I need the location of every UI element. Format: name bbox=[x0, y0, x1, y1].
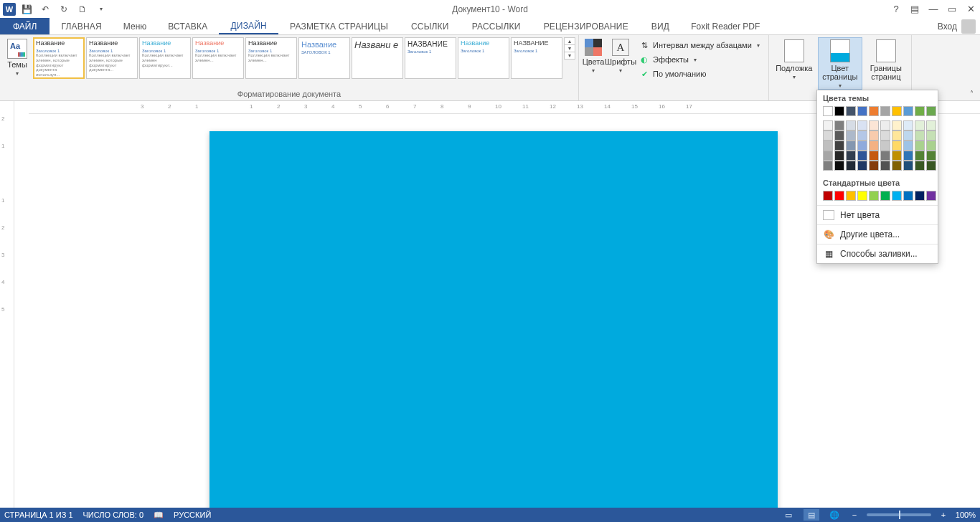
help-button[interactable]: ? bbox=[887, 1, 905, 17]
style-set-item[interactable]: НАЗВАНИЕЗаголовок 1 bbox=[511, 37, 562, 79]
zoom-out-button[interactable]: − bbox=[849, 510, 859, 520]
color-swatch[interactable] bbox=[892, 191, 902, 201]
color-swatch[interactable] bbox=[869, 141, 879, 151]
view-read-mode[interactable]: ▭ bbox=[781, 509, 796, 521]
status-word-count[interactable]: ЧИСЛО СЛОВ: 0 bbox=[83, 511, 144, 519]
color-swatch[interactable] bbox=[857, 161, 867, 171]
color-swatch[interactable] bbox=[903, 191, 913, 201]
zoom-slider[interactable] bbox=[867, 513, 931, 516]
color-swatch[interactable] bbox=[869, 120, 879, 130]
color-swatch[interactable] bbox=[857, 130, 867, 141]
color-swatch[interactable] bbox=[846, 106, 856, 116]
color-swatch[interactable] bbox=[846, 191, 856, 201]
color-swatch[interactable] bbox=[926, 191, 936, 201]
status-spellcheck[interactable]: 📖 bbox=[154, 511, 164, 520]
color-swatch[interactable] bbox=[869, 161, 879, 171]
color-swatch[interactable] bbox=[915, 191, 925, 201]
color-swatch[interactable] bbox=[834, 130, 844, 141]
zoom-level[interactable]: 100% bbox=[956, 511, 976, 519]
color-swatch[interactable] bbox=[926, 151, 936, 161]
color-swatch[interactable] bbox=[869, 106, 879, 116]
tab-foxit[interactable]: Foxit Reader PDF bbox=[681, 18, 770, 34]
color-swatch[interactable] bbox=[846, 151, 856, 161]
color-swatch[interactable] bbox=[846, 141, 856, 151]
tab-menu[interactable]: Меню bbox=[113, 18, 156, 34]
color-swatch[interactable] bbox=[903, 130, 913, 141]
color-swatch[interactable] bbox=[880, 120, 890, 130]
color-swatch[interactable] bbox=[823, 141, 833, 151]
qat-save-button[interactable]: 💾 bbox=[19, 1, 34, 17]
color-swatch[interactable] bbox=[834, 120, 844, 130]
color-swatch[interactable] bbox=[834, 106, 844, 116]
color-swatch[interactable] bbox=[857, 106, 867, 116]
style-set-item[interactable]: НазваниеЗаголовок 1Коллекции включает эл… bbox=[192, 37, 244, 79]
color-swatch[interactable] bbox=[846, 161, 856, 171]
tab-page-layout[interactable]: РАЗМЕТКА СТРАНИЦЫ bbox=[278, 18, 400, 34]
qat-new-button[interactable]: 🗋 bbox=[75, 1, 90, 17]
close-button[interactable]: ✕ bbox=[961, 1, 980, 17]
color-swatch[interactable] bbox=[915, 151, 925, 161]
style-set-item[interactable]: НазваниеЗаголовок 1Коллекции включает эл… bbox=[139, 37, 191, 79]
color-swatch[interactable] bbox=[869, 130, 879, 141]
colors-button[interactable]: Цвета ▾ bbox=[582, 37, 605, 74]
tab-insert[interactable]: ВСТАВКА bbox=[156, 18, 219, 34]
color-swatch[interactable] bbox=[903, 151, 913, 161]
effects-button[interactable]: ◐ Эффекты ▾ bbox=[636, 53, 765, 66]
tab-view[interactable]: ВИД bbox=[640, 18, 681, 34]
style-set-item[interactable]: НазваниеЗаголовок 1Коллекции включает эл… bbox=[86, 37, 138, 79]
color-swatch[interactable] bbox=[880, 151, 890, 161]
set-as-default-button[interactable]: ✔ По умолчанию bbox=[636, 67, 765, 80]
style-set-item[interactable]: Названи е bbox=[352, 37, 403, 79]
color-swatch[interactable] bbox=[903, 106, 913, 116]
status-page[interactable]: СТРАНИЦА 1 ИЗ 1 bbox=[4, 511, 73, 519]
style-set-item[interactable]: НазваниеЗаголовок 1 bbox=[458, 37, 509, 79]
document-page[interactable] bbox=[209, 131, 778, 508]
page-borders-button[interactable]: Границы страниц bbox=[864, 37, 908, 82]
color-swatch[interactable] bbox=[915, 130, 925, 141]
color-swatch[interactable] bbox=[869, 151, 879, 161]
color-swatch[interactable] bbox=[834, 151, 844, 161]
qat-customize-button[interactable]: ▾ bbox=[93, 1, 109, 17]
color-swatch[interactable] bbox=[915, 120, 925, 130]
style-set-item[interactable]: НазваниеЗаголовок 1Коллекции включает эл… bbox=[245, 37, 297, 79]
no-color-menuitem[interactable]: Нет цвета bbox=[817, 205, 938, 224]
collapse-ribbon-button[interactable]: ˄ bbox=[966, 87, 977, 99]
color-swatch[interactable] bbox=[880, 191, 890, 201]
color-swatch[interactable] bbox=[926, 141, 936, 151]
page-color-button[interactable]: Цвет страницы ▾ bbox=[818, 37, 862, 90]
color-swatch[interactable] bbox=[880, 161, 890, 171]
color-swatch[interactable] bbox=[892, 141, 902, 151]
color-swatch[interactable] bbox=[857, 141, 867, 151]
color-swatch[interactable] bbox=[903, 161, 913, 171]
color-swatch[interactable] bbox=[846, 120, 856, 130]
color-swatch[interactable] bbox=[903, 141, 913, 151]
tab-home[interactable]: ГЛАВНАЯ bbox=[50, 18, 113, 34]
color-swatch[interactable] bbox=[915, 106, 925, 116]
gallery-scroll-down[interactable]: ▾ bbox=[564, 45, 575, 52]
color-swatch[interactable] bbox=[926, 161, 936, 171]
color-swatch[interactable] bbox=[892, 106, 902, 116]
tab-design[interactable]: ДИЗАЙН bbox=[219, 18, 278, 34]
view-print-layout[interactable]: ▤ bbox=[804, 509, 819, 521]
color-swatch[interactable] bbox=[823, 130, 833, 141]
signin-link[interactable]: Вход bbox=[938, 22, 957, 32]
color-swatch[interactable] bbox=[857, 120, 867, 130]
color-swatch[interactable] bbox=[892, 120, 902, 130]
color-swatch[interactable] bbox=[892, 130, 902, 141]
fill-effects-menuitem[interactable]: ▦ Способы заливки... bbox=[817, 244, 938, 263]
vertical-ruler[interactable]: 2112345 bbox=[0, 101, 14, 508]
color-swatch[interactable] bbox=[869, 191, 879, 201]
maximize-button[interactable]: ▭ bbox=[943, 1, 961, 17]
tab-review[interactable]: РЕЦЕНЗИРОВАНИЕ bbox=[532, 18, 640, 34]
color-swatch[interactable] bbox=[892, 161, 902, 171]
color-swatch[interactable] bbox=[823, 120, 833, 130]
view-web-layout[interactable]: 🌐 bbox=[826, 509, 842, 521]
color-swatch[interactable] bbox=[926, 120, 936, 130]
color-swatch[interactable] bbox=[926, 106, 936, 116]
color-swatch[interactable] bbox=[892, 151, 902, 161]
color-swatch[interactable] bbox=[834, 141, 844, 151]
color-swatch[interactable] bbox=[926, 130, 936, 141]
style-set-item[interactable]: НазваниеЗАГОЛОВОК 1 bbox=[298, 37, 350, 79]
tab-references[interactable]: ССЫЛКИ bbox=[400, 18, 461, 34]
color-swatch[interactable] bbox=[823, 161, 833, 171]
